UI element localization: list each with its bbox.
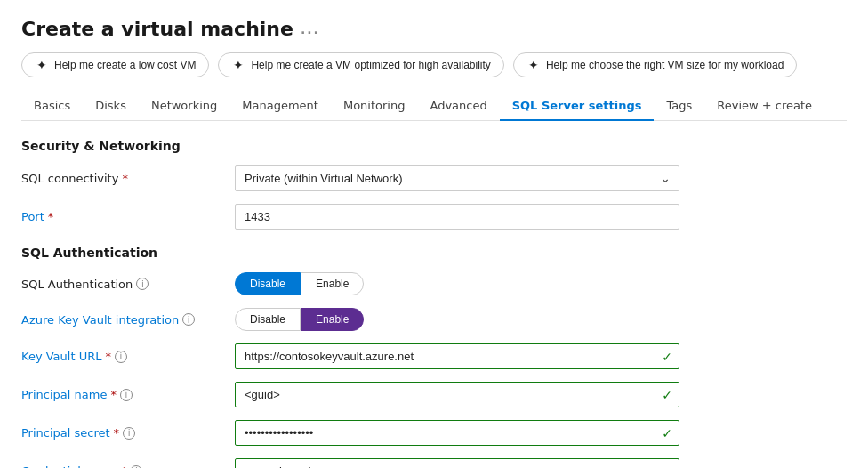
azure-key-vault-label: Azure Key Vault integration i [21,313,226,327]
vm-size-button[interactable]: ✦ Help me choose the right VM size for m… [513,52,797,77]
tab-bar: Basics Disks Networking Management Monit… [21,92,847,121]
principal-secret-input[interactable] [235,420,679,446]
sql-connectivity-label: SQL connectivity * [21,172,226,185]
sql-connectivity-row: SQL connectivity * Private (within Virtu… [21,165,847,191]
tab-sql-server-settings[interactable]: SQL Server settings [500,92,655,121]
sql-auth-info-icon[interactable]: i [136,278,149,290]
principal-name-label: Principal name * i [21,388,226,401]
low-cost-label: Help me create a low cost VM [54,59,196,71]
tab-networking[interactable]: Networking [139,92,229,121]
sql-auth-label: SQL Authentication i [21,278,226,291]
sql-connectivity-required: * [122,172,128,185]
principal-name-info-icon[interactable]: i [120,389,133,401]
ai-sparkle-icon-2: ✦ [231,58,245,72]
key-vault-url-info-icon[interactable]: i [115,351,127,363]
azure-key-vault-info-icon[interactable]: i [182,313,195,326]
page-title: Create a virtual machine ... [21,18,847,40]
port-control [235,204,679,230]
principal-name-check-icon: ✓ [662,388,672,402]
ai-buttons-bar: ✦ Help me create a low cost VM ✦ Help me… [21,52,847,77]
sql-auth-row: SQL Authentication i Disable Enable [21,272,847,295]
sql-connectivity-select[interactable]: Private (within Virtual Network) Public … [235,165,679,191]
tab-monitoring[interactable]: Monitoring [331,92,418,121]
azure-key-vault-toggle: Disable Enable [235,308,679,331]
principal-secret-info-icon[interactable]: i [123,427,135,440]
ai-sparkle-icon: ✦ [35,58,49,72]
principal-secret-row: Principal secret * i ✓ [21,420,847,446]
port-input[interactable] [235,204,679,230]
tab-advanced[interactable]: Advanced [417,92,499,121]
credential-name-control: ✓ [235,458,679,468]
credential-name-check-icon: ✓ [662,464,672,469]
vm-size-label: Help me choose the right VM size for my … [546,59,784,71]
credential-name-input[interactable] [235,458,679,468]
principal-name-input-wrapper: ✓ [235,382,679,407]
sql-auth-toggle-group: Disable Enable [235,272,679,295]
sql-auth-disable-btn[interactable]: Disable [235,272,301,295]
title-text: Create a virtual machine [21,18,293,40]
sql-connectivity-select-wrapper: Private (within Virtual Network) Public … [235,165,679,191]
azure-key-vault-toggle-group: Disable Enable [235,308,679,331]
principal-secret-input-wrapper: ✓ [235,420,679,446]
tab-disks[interactable]: Disks [83,92,139,121]
port-required: * [48,210,54,223]
security-networking-title: Security & Networking [21,139,847,153]
azure-key-vault-row: Azure Key Vault integration i Disable En… [21,308,847,331]
principal-name-control: ✓ [235,382,679,407]
credential-name-label: Credential name * i [21,464,226,468]
high-availability-button[interactable]: ✦ Help me create a VM optimized for high… [218,52,503,77]
key-vault-url-check-icon: ✓ [662,350,672,364]
principal-secret-label: Principal secret * i [21,426,226,440]
title-ellipsis: ... [301,22,320,36]
key-vault-url-control: ✓ [235,343,679,369]
azure-key-vault-disable-btn[interactable]: Disable [235,308,301,331]
tab-review-create[interactable]: Review + create [704,92,824,121]
ai-sparkle-icon-3: ✦ [526,58,541,72]
sql-auth-title: SQL Authentication [21,246,847,260]
principal-name-input[interactable] [235,382,679,407]
tab-management[interactable]: Management [229,92,331,121]
port-label: Port * [21,210,226,223]
sql-connectivity-control: Private (within Virtual Network) Public … [235,165,679,191]
sql-auth-toggle: Disable Enable [235,272,679,295]
azure-key-vault-enable-btn[interactable]: Enable [301,308,364,331]
sql-auth-enable-btn[interactable]: Enable [301,272,364,295]
port-row: Port * [21,204,847,230]
credential-name-input-wrapper: ✓ [235,458,679,468]
credential-name-row: Credential name * i ✓ [21,458,847,468]
key-vault-url-row: Key Vault URL * i ✓ [21,343,847,369]
key-vault-url-label: Key Vault URL * i [21,350,226,363]
tab-basics[interactable]: Basics [21,92,83,121]
tab-tags[interactable]: Tags [654,92,704,121]
principal-name-row: Principal name * i ✓ [21,382,847,407]
principal-secret-check-icon: ✓ [662,426,672,440]
high-avail-label: Help me create a VM optimized for high a… [251,59,490,71]
key-vault-url-input[interactable] [235,343,679,369]
principal-secret-control: ✓ [235,420,679,446]
credential-name-info-icon[interactable]: i [130,465,142,469]
low-cost-button[interactable]: ✦ Help me create a low cost VM [21,52,209,77]
key-vault-url-input-wrapper: ✓ [235,343,679,369]
